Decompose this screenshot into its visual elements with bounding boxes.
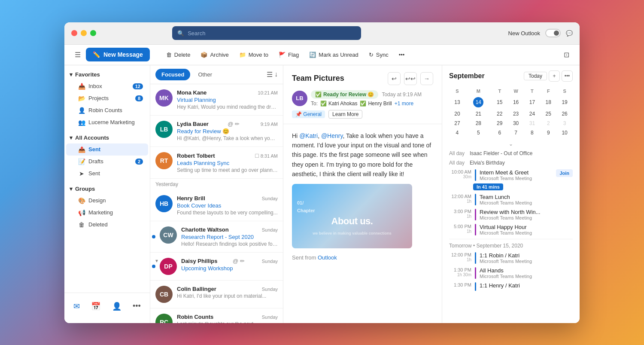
delete-button[interactable]: 🗑 Delete — [162, 49, 195, 61]
calendar-day[interactable]: 7 — [508, 128, 524, 137]
calendar-nav-button[interactable]: 📅 — [88, 298, 104, 314]
chevron-down-icon3: ▾ — [70, 186, 73, 192]
close-button[interactable] — [71, 30, 77, 36]
more-recipients[interactable]: +1 more — [395, 101, 413, 107]
at-icon: @ — [233, 258, 238, 264]
email-item-daisy[interactable]: ▾ DP Daisy Phillips @ ✏ Sunday Upcoming … — [150, 253, 283, 281]
calendar-day[interactable]: 18 — [540, 95, 556, 109]
email-item-lydia[interactable]: LB Lydia Bauer @ ✏ 9:19 AM Ready for Rev… — [150, 116, 283, 147]
calendar-day[interactable]: 17 — [524, 95, 541, 109]
sidebar-item-sent[interactable]: 📤 Sent — [66, 143, 148, 156]
reply-button[interactable]: ↩ — [388, 72, 401, 85]
calendar-day[interactable]: 25 — [540, 109, 556, 119]
sidebar: ▾ Favorites 📥 Inbox 12 📂 Projects 8 👤 Ro… — [64, 65, 150, 323]
category-tag[interactable]: 📌 General — [292, 110, 325, 118]
tab-other[interactable]: Other — [192, 69, 218, 80]
calendar-day[interactable]: 2 — [540, 119, 556, 128]
forward-button[interactable]: → — [420, 72, 433, 85]
event-henry-katri[interactable]: 1:30 PM 1:1 Henry / Katri — [449, 281, 573, 293]
sidebar-item-projects[interactable]: 📂 Projects 8 — [66, 92, 148, 104]
calendar-day[interactable]: 16 — [508, 95, 524, 109]
event-team-lunch[interactable]: 12:00 AM 1h Team Lunch Microsoft Teams M… — [449, 192, 573, 207]
calendar-day[interactable]: 14 — [465, 95, 492, 109]
sidebar-item-sent-folder[interactable]: ➤ Sent — [66, 168, 148, 180]
hamburger-button[interactable]: ☰ — [71, 48, 84, 61]
calendar-day[interactable]: 13 — [449, 95, 465, 109]
allday-event-2: All day Elvia's Birthday — [449, 158, 573, 168]
more-button[interactable]: ••• — [395, 49, 409, 61]
search-bar[interactable]: 🔍 Search — [172, 26, 361, 40]
calendar-day[interactable]: 29 — [492, 119, 508, 128]
email-sender: Colin Ballinger — [177, 286, 216, 292]
favorites-header[interactable]: ▾ Favorites — [64, 69, 150, 80]
outlook-link[interactable]: Outlook — [318, 254, 337, 261]
calendar-day[interactable]: 24 — [524, 109, 541, 119]
email-item-robin[interactable]: RC Robin Counts Sunday Last minute thoug… — [150, 308, 283, 323]
new-outlook-toggle[interactable] — [545, 29, 561, 37]
collapse-button[interactable]: ⊡ — [560, 48, 573, 61]
sync-button[interactable]: ↻ Sync — [365, 49, 393, 61]
filter-icon[interactable]: ☰ — [267, 70, 273, 79]
more-nav-button[interactable]: ••• — [129, 298, 144, 314]
reply-all-button[interactable]: ↩↩ — [404, 72, 417, 85]
archive-icon: 📦 — [200, 52, 207, 58]
calendar-day[interactable]: 4 — [449, 128, 465, 137]
add-event-button[interactable]: + — [549, 70, 560, 82]
email-item-charlotte[interactable]: CW Charlotte Waltson Sunday Research Rep… — [150, 221, 283, 253]
calendar-day[interactable]: 27 — [449, 119, 465, 128]
sent-time: Today at 9:19 AM — [382, 92, 422, 98]
calendar-day[interactable]: 26 — [556, 109, 573, 119]
event-happy-hour[interactable]: 5:00 PM 1h Virtual Happy Hour Microsoft … — [449, 222, 573, 237]
sidebar-item-inbox[interactable]: 📥 Inbox 12 — [66, 80, 148, 92]
tab-focused[interactable]: Focused — [155, 69, 190, 80]
sidebar-item-lucerne[interactable]: 👥 Lucerne Marketing — [66, 116, 148, 128]
join-button-1[interactable]: Join — [556, 169, 573, 177]
email-item-henry[interactable]: HB Henry Brill Sunday Book Cover Ideas F… — [150, 190, 283, 221]
sidebar-item-drafts[interactable]: 📝 Drafts 2 — [66, 156, 148, 168]
archive-button[interactable]: 📦 Archive — [196, 49, 233, 61]
calendar-day[interactable]: 30 — [508, 119, 524, 128]
fullscreen-button[interactable] — [90, 30, 96, 36]
move-to-button[interactable]: 📁 Move to — [235, 49, 273, 61]
today-button[interactable]: Today — [524, 72, 547, 80]
email-item-colin[interactable]: CB Colin Ballinger Sunday Hi Katri, I'd … — [150, 281, 283, 308]
email-item-mona[interactable]: MK Mona Kane 10:21 AM Virtual Planning H… — [150, 84, 283, 116]
calendar-more-button[interactable]: ••• — [562, 70, 573, 82]
calendar-day[interactable]: 6 — [492, 128, 508, 137]
calendar-expand-arrow[interactable]: ⌄ — [449, 141, 573, 147]
calendar-day[interactable]: 20 — [449, 109, 465, 119]
title-bar-right: New Outlook 💬 — [508, 29, 573, 37]
sidebar-item-robin-counts[interactable]: 👤 Robin Counts — [66, 104, 148, 116]
calendar-day[interactable]: 15 — [492, 95, 508, 109]
calendar-day[interactable]: 10 — [556, 128, 573, 137]
calendar-day[interactable]: 3 — [556, 119, 573, 128]
toolbar: ☰ ✏️ New Message 🗑 Delete 📦 Archive 📁 Mo… — [64, 45, 580, 65]
calendar-day[interactable]: 28 — [465, 119, 492, 128]
learn-more-button[interactable]: Learn More — [328, 110, 362, 119]
flag-button[interactable]: 🚩 Flag — [274, 49, 303, 61]
mail-nav-button[interactable]: ✉ — [70, 298, 83, 314]
calendar-day[interactable]: 21 — [465, 109, 492, 119]
sidebar-item-deleted[interactable]: 🗑 Deleted — [66, 219, 148, 231]
calendar-day[interactable]: 19 — [556, 95, 573, 109]
email-item-robert[interactable]: RT Robert Tolbert □ 8:31 AM Leads Planni… — [150, 147, 283, 179]
calendar-day[interactable]: 5 — [465, 128, 492, 137]
event-robin-katri[interactable]: 12:00 PM 1h 1:1 Robin / Katri Microsoft … — [449, 250, 573, 266]
people-nav-button[interactable]: 👤 — [109, 298, 125, 314]
sort-icon[interactable]: ↓ — [274, 70, 278, 79]
new-message-button[interactable]: ✏️ New Message — [86, 48, 150, 61]
calendar-day[interactable]: 23 — [508, 109, 524, 119]
event-all-hands[interactable]: 1:30 PM 1h 30m All Hands Microsoft Teams… — [449, 266, 573, 281]
calendar-day[interactable]: 9 — [540, 128, 556, 137]
calendar-day[interactable]: 22 — [492, 109, 508, 119]
calendar-day[interactable]: 8 — [524, 128, 541, 137]
calendar-day[interactable]: 31 — [524, 119, 541, 128]
sidebar-item-marketing[interactable]: 📢 Marketing — [66, 207, 148, 219]
groups-header[interactable]: ▾ Groups — [64, 183, 150, 195]
event-intern-meet[interactable]: 10:00 AM 30m Intern Meet & Greet Microso… — [449, 168, 573, 183]
mark-unread-button[interactable]: 🔄 Mark as Unread — [305, 49, 362, 61]
sidebar-item-design[interactable]: 🎨 Design — [66, 195, 148, 207]
minimize-button[interactable] — [81, 30, 87, 36]
all-accounts-header[interactable]: ▾ All Accounts — [64, 132, 150, 143]
event-review[interactable]: 3:00 PM 1h Review with North Win... Micr… — [449, 207, 573, 222]
